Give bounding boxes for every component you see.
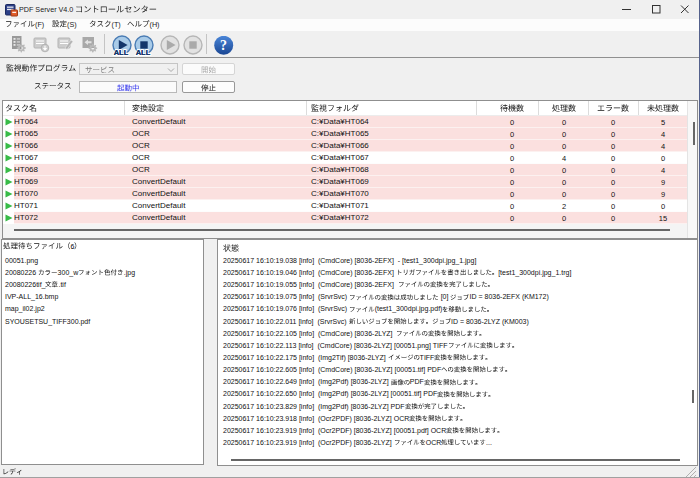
svg-text:?: ? — [220, 38, 227, 53]
svg-text:ALL: ALL — [114, 48, 129, 57]
svg-text:ALL: ALL — [136, 48, 151, 57]
